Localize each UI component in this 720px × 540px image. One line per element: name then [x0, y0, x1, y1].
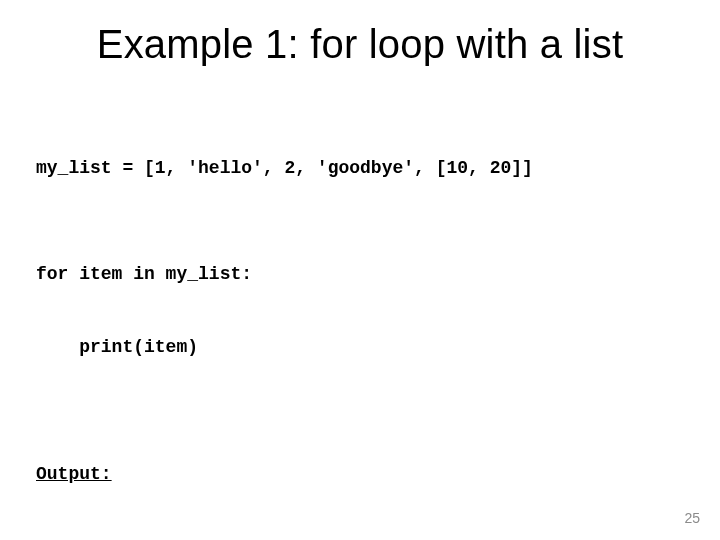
code-line-1: my_list = [1, 'hello', 2, 'goodbye', [10…	[36, 156, 720, 180]
code-line-2: for item in my_list:	[36, 262, 720, 286]
slide: Example 1: for loop with a list my_list …	[0, 0, 720, 540]
output-label: Output:	[36, 464, 720, 484]
slide-title: Example 1: for loop with a list	[0, 0, 720, 67]
code-block: my_list = [1, 'hello', 2, 'goodbye', [10…	[36, 107, 720, 408]
page-number: 25	[684, 510, 700, 526]
code-line-3: print(item)	[36, 335, 720, 359]
